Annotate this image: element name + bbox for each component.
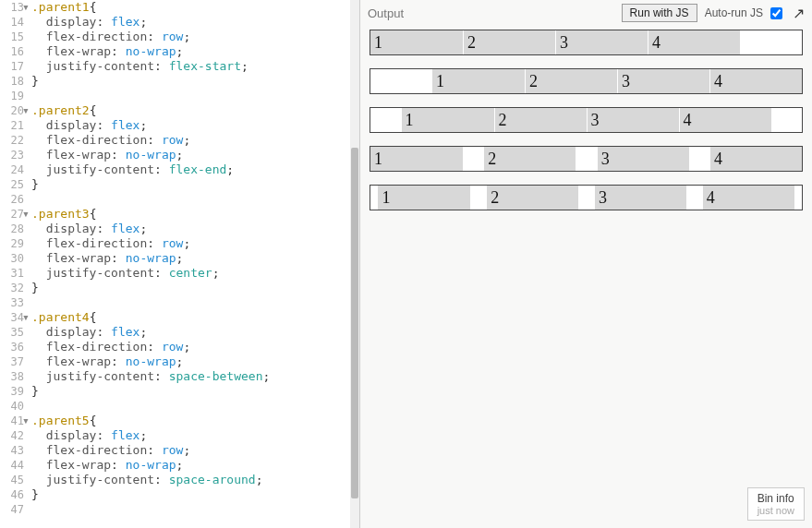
line-number: 29 bbox=[9, 236, 31, 251]
output-label: Output bbox=[368, 6, 404, 20]
code-line[interactable]: 40 bbox=[9, 399, 359, 414]
flex-item: 4 bbox=[679, 108, 771, 132]
fold-icon[interactable]: ▾ bbox=[22, 0, 31, 15]
bin-info-title: Bin info bbox=[757, 492, 794, 505]
code-text: justify-content: flex-start; bbox=[31, 59, 248, 74]
line-number: 40 bbox=[9, 399, 31, 414]
code-text: flex-direction: row; bbox=[31, 133, 190, 148]
line-number: 33 bbox=[9, 295, 31, 310]
code-line[interactable]: 28 display: flex; bbox=[9, 222, 359, 236]
code-line[interactable]: 25} bbox=[9, 177, 359, 192]
code-line[interactable]: 18} bbox=[9, 74, 359, 89]
line-number: 24 bbox=[9, 162, 31, 177]
code-line[interactable]: 15 flex-direction: row; bbox=[9, 30, 359, 44]
code-line[interactable]: 21 display: flex; bbox=[9, 118, 359, 133]
line-number: 37 bbox=[9, 354, 31, 369]
code-line[interactable]: 20▾.parent2{ bbox=[9, 103, 359, 118]
bin-info-sub: just now bbox=[757, 505, 794, 516]
flex-demo-row-start: 1234 bbox=[370, 30, 803, 55]
expand-icon[interactable]: ↗ bbox=[793, 5, 805, 22]
line-number: 42 bbox=[9, 428, 31, 443]
flex-item: 2 bbox=[486, 186, 578, 210]
bin-info-button[interactable]: Bin info just now bbox=[747, 487, 805, 521]
code-line[interactable]: 24 justify-content: flex-end; bbox=[9, 162, 359, 177]
output-pane: Output Run with JS Auto-run JS ↗ 1234 12… bbox=[360, 0, 812, 528]
code-line[interactable]: 19 bbox=[9, 89, 359, 103]
fold-icon[interactable]: ▾ bbox=[22, 103, 31, 118]
code-line[interactable]: 43 flex-direction: row; bbox=[9, 443, 359, 458]
code-text: display: flex; bbox=[31, 15, 147, 30]
code-text: } bbox=[31, 177, 39, 192]
code-text: .parent5{ bbox=[31, 414, 96, 428]
flex-item: 3 bbox=[617, 69, 709, 93]
flex-demo-row-between: 1234 bbox=[370, 146, 803, 172]
code-text: flex-wrap: no-wrap; bbox=[31, 44, 183, 59]
code-text: justify-content: space-between; bbox=[31, 369, 270, 384]
fold-icon[interactable]: ▾ bbox=[22, 310, 31, 325]
code-line[interactable]: 32} bbox=[9, 281, 359, 295]
code-line[interactable]: 35 display: flex; bbox=[9, 325, 359, 340]
autorun-toggle[interactable]: Auto-run JS bbox=[705, 5, 785, 22]
line-number: 30 bbox=[9, 251, 31, 266]
code-lines[interactable]: 13▾.parent1{14 display: flex;15 flex-dir… bbox=[0, 0, 359, 517]
line-number: 15 bbox=[9, 30, 31, 44]
flex-item: 4 bbox=[709, 69, 802, 93]
code-line[interactable]: 38 justify-content: space-between; bbox=[9, 369, 359, 384]
code-line[interactable]: 37 flex-wrap: no-wrap; bbox=[9, 354, 359, 369]
code-line[interactable]: 42 display: flex; bbox=[9, 428, 359, 443]
css-editor-pane: 13▾.parent1{14 display: flex;15 flex-dir… bbox=[0, 0, 360, 528]
line-number: 46 bbox=[9, 487, 31, 502]
code-text: flex-direction: row; bbox=[31, 30, 190, 44]
line-number: 44 bbox=[9, 458, 31, 473]
code-text: display: flex; bbox=[31, 222, 147, 236]
code-line[interactable]: 27▾.parent3{ bbox=[9, 207, 359, 222]
code-text: justify-content: space-around; bbox=[31, 473, 262, 487]
fold-icon[interactable]: ▾ bbox=[22, 414, 31, 428]
code-text: display: flex; bbox=[31, 118, 147, 133]
flex-item: 2 bbox=[483, 147, 576, 171]
code-line[interactable]: 14 display: flex; bbox=[9, 15, 359, 30]
code-line[interactable]: 44 flex-wrap: no-wrap; bbox=[9, 458, 359, 473]
code-line[interactable]: 23 flex-wrap: no-wrap; bbox=[9, 148, 359, 162]
flex-item: 2 bbox=[494, 108, 587, 132]
autorun-label: Auto-run JS bbox=[705, 6, 763, 19]
code-line[interactable]: 39} bbox=[9, 384, 359, 399]
line-number: 26 bbox=[9, 192, 31, 207]
code-line[interactable]: 41▾.parent5{ bbox=[9, 414, 359, 428]
flex-item: 4 bbox=[648, 30, 740, 54]
code-line[interactable]: 46} bbox=[9, 487, 359, 502]
output-header: Output Run with JS Auto-run JS ↗ bbox=[360, 0, 812, 26]
flex-item: 4 bbox=[702, 186, 794, 210]
editor-scrollbar-thumb[interactable] bbox=[351, 148, 358, 498]
code-line[interactable]: 17 justify-content: flex-start; bbox=[9, 59, 359, 74]
code-text: display: flex; bbox=[31, 428, 147, 443]
code-line[interactable]: 33 bbox=[9, 295, 359, 310]
code-line[interactable]: 45 justify-content: space-around; bbox=[9, 473, 359, 487]
flex-item: 4 bbox=[709, 147, 802, 171]
line-number: 22 bbox=[9, 133, 31, 148]
code-line[interactable]: 47 bbox=[9, 502, 359, 517]
flex-item: 1 bbox=[370, 147, 463, 171]
autorun-checkbox[interactable] bbox=[770, 7, 782, 19]
flex-item: 1 bbox=[402, 108, 494, 132]
code-text: } bbox=[31, 74, 39, 89]
line-number: 17 bbox=[9, 59, 31, 74]
line-number: 32 bbox=[9, 281, 31, 295]
code-text: flex-wrap: no-wrap; bbox=[31, 354, 183, 369]
editor-scrollbar[interactable] bbox=[350, 0, 359, 528]
code-line[interactable]: 30 flex-wrap: no-wrap; bbox=[9, 251, 359, 266]
code-line[interactable]: 13▾.parent1{ bbox=[9, 0, 359, 15]
run-with-js-button[interactable]: Run with JS bbox=[622, 4, 697, 22]
code-text: .parent2{ bbox=[31, 103, 96, 118]
code-line[interactable]: 16 flex-wrap: no-wrap; bbox=[9, 44, 359, 59]
code-line[interactable]: 22 flex-direction: row; bbox=[9, 133, 359, 148]
code-line[interactable]: 34▾.parent4{ bbox=[9, 310, 359, 325]
code-line[interactable]: 26 bbox=[9, 192, 359, 207]
code-line[interactable]: 29 flex-direction: row; bbox=[9, 236, 359, 251]
code-line[interactable]: 31 justify-content: center; bbox=[9, 266, 359, 281]
fold-icon[interactable]: ▾ bbox=[22, 207, 31, 222]
line-number: 43 bbox=[9, 443, 31, 458]
code-line[interactable]: 36 flex-direction: row; bbox=[9, 340, 359, 354]
code-text: flex-wrap: no-wrap; bbox=[31, 251, 183, 266]
line-number: 47 bbox=[9, 502, 31, 517]
